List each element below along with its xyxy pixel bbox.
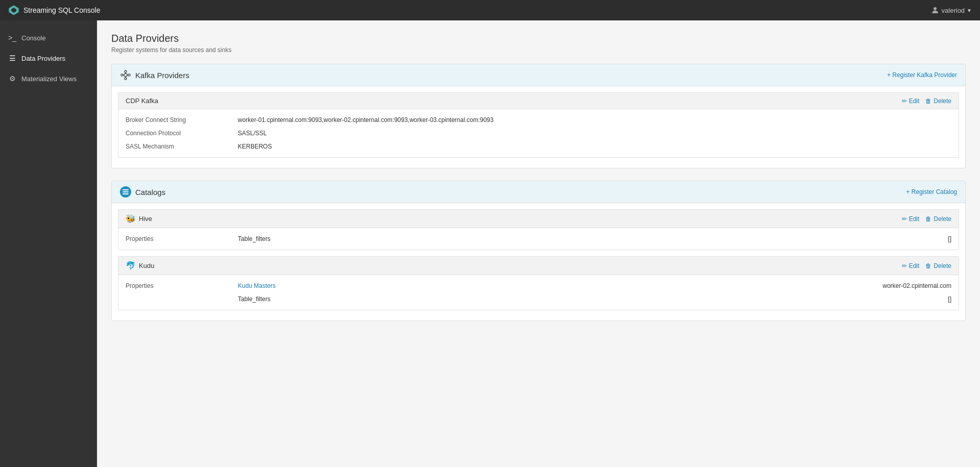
- cdp-kafka-edit-label: Edit: [909, 97, 920, 105]
- kudu-delete-button[interactable]: 🗑 Delete: [925, 262, 951, 269]
- cdp-kafka-delete-button[interactable]: 🗑 Delete: [925, 97, 951, 105]
- chevron-down-icon: ▼: [967, 8, 972, 13]
- broker-connect-key: Broker Connect String: [126, 116, 238, 124]
- cdp-kafka-provider: CDP Kafka ✏ Edit 🗑 Delete Br: [118, 92, 959, 158]
- kafka-section-title-group: Kafka Providers: [120, 69, 189, 81]
- hive-name-group: 🐝 Hive: [126, 214, 152, 224]
- cdp-kafka-actions: ✏ Edit 🗑 Delete: [902, 97, 951, 105]
- sidebar-item-data-providers-label: Data Providers: [21, 55, 65, 62]
- kudu-prop-key: Properties: [126, 282, 238, 289]
- data-providers-icon: ☰: [8, 54, 16, 62]
- svg-rect-14: [122, 193, 129, 194]
- hive-name: Hive: [139, 215, 152, 223]
- kudu-delete-label: Delete: [934, 262, 951, 269]
- cdp-kafka-header: CDP Kafka ✏ Edit 🗑 Delete: [118, 93, 959, 109]
- catalogs-title-group: Catalogs: [120, 186, 165, 198]
- svg-point-5: [125, 78, 127, 80]
- connection-protocol-key: Connection Protocol: [126, 130, 238, 137]
- connection-protocol-row: Connection Protocol SASL/SSL: [118, 127, 959, 140]
- kafka-section-header: Kafka Providers + Register Kafka Provide…: [112, 64, 965, 86]
- topbar: Streaming SQL Console valeriod ▼: [0, 0, 980, 20]
- user-menu[interactable]: valeriod ▼: [930, 6, 972, 15]
- brand-title: Streaming SQL Console: [23, 6, 100, 14]
- username: valeriod: [942, 7, 965, 14]
- catalogs-section-header: Catalogs + Register Catalog: [112, 181, 965, 203]
- kudu-icon: 🐬: [126, 261, 136, 271]
- catalog-inner-icon: [122, 188, 129, 195]
- kafka-section-title: Kafka Providers: [135, 71, 189, 80]
- svg-point-7: [128, 74, 130, 76]
- register-catalog-button[interactable]: + Register Catalog: [906, 188, 957, 195]
- kudu-masters-key: Kudu Masters: [238, 282, 883, 289]
- sasl-mechanism-row: SASL Mechanism KERBEROS: [118, 140, 959, 153]
- page-title: Data Providers: [111, 33, 966, 44]
- kafka-icon: [120, 69, 131, 81]
- hive-table-filters-key: Table_filters: [238, 235, 948, 242]
- hive-trash-icon: 🗑: [925, 215, 932, 223]
- kudu-name-group: 🐬 Kudu: [126, 261, 154, 271]
- sidebar-item-materialized-views-label: Materialized Views: [21, 75, 77, 83]
- kudu-masters-value: worker-02.cpinternal.com: [883, 282, 951, 289]
- hive-delete-button[interactable]: 🗑 Delete: [925, 215, 951, 223]
- catalogs-icon: [120, 186, 131, 198]
- connection-protocol-value: SASL/SSL: [238, 130, 951, 137]
- layout: >_ Console ☰ Data Providers ⚙ Materializ…: [0, 20, 980, 467]
- svg-point-3: [124, 73, 127, 77]
- materialized-views-icon: ⚙: [8, 75, 16, 83]
- sidebar: >_ Console ☰ Data Providers ⚙ Materializ…: [0, 20, 97, 467]
- hive-edit-icon: ✏: [902, 215, 907, 223]
- sidebar-item-data-providers[interactable]: ☰ Data Providers: [0, 49, 97, 67]
- kudu-edit-button[interactable]: ✏ Edit: [902, 262, 920, 269]
- broker-connect-value: worker-01.cpinternal.com:9093,worker-02.…: [238, 116, 951, 124]
- hive-table-filters-value: []: [948, 235, 951, 242]
- hive-header: 🐝 Hive ✏ Edit 🗑 Delete: [118, 210, 959, 228]
- hive-actions: ✏ Edit 🗑 Delete: [902, 215, 951, 223]
- cdp-kafka-name: CDP Kafka: [126, 97, 158, 105]
- sidebar-item-materialized-views[interactable]: ⚙ Materialized Views: [0, 69, 97, 88]
- hive-prop-key: Properties: [126, 235, 238, 242]
- hive-properties: Properties Table_filters []: [118, 228, 959, 250]
- hive-icon: 🐝: [126, 214, 136, 224]
- console-icon: >_: [8, 34, 16, 42]
- kudu-catalog: 🐬 Kudu ✏ Edit 🗑 Delete: [118, 256, 959, 310]
- kudu-props-row-1: Properties Kudu Masters worker-02.cpinte…: [118, 279, 959, 292]
- svg-rect-12: [122, 189, 129, 190]
- catalogs-title: Catalogs: [135, 188, 165, 196]
- cdp-kafka-delete-label: Delete: [934, 97, 951, 105]
- kudu-name: Kudu: [139, 262, 154, 269]
- svg-point-2: [934, 7, 937, 10]
- register-kafka-provider-button[interactable]: + Register Kafka Provider: [887, 71, 957, 79]
- edit-icon: ✏: [902, 97, 907, 105]
- kudu-actions: ✏ Edit 🗑 Delete: [902, 262, 951, 269]
- sidebar-item-console-label: Console: [21, 34, 46, 42]
- brand-icon: [8, 5, 19, 16]
- broker-connect-row: Broker Connect String worker-01.cpintern…: [118, 113, 959, 127]
- kafka-providers-section: Kafka Providers + Register Kafka Provide…: [111, 64, 966, 168]
- sasl-mechanism-key: SASL Mechanism: [126, 143, 238, 150]
- kudu-table-filters-value: []: [948, 296, 951, 303]
- svg-point-4: [125, 70, 127, 72]
- hive-edit-label: Edit: [909, 215, 920, 223]
- svg-rect-13: [122, 191, 129, 192]
- kudu-header: 🐬 Kudu ✏ Edit 🗑 Delete: [118, 257, 959, 275]
- kudu-edit-label: Edit: [909, 262, 920, 269]
- hive-props-row-1: Properties Table_filters []: [118, 232, 959, 245]
- page-subtitle: Register systems for data sources and si…: [111, 46, 966, 54]
- catalogs-section: Catalogs + Register Catalog 🐝 Hive ✏ Edi…: [111, 181, 966, 321]
- cdp-kafka-properties: Broker Connect String worker-01.cpintern…: [118, 109, 959, 157]
- trash-icon: 🗑: [925, 97, 932, 105]
- user-icon: [930, 6, 940, 15]
- kudu-trash-icon: 🗑: [925, 262, 932, 269]
- sidebar-item-console[interactable]: >_ Console: [0, 29, 97, 47]
- kudu-table-filters-key: Table_filters: [238, 296, 948, 303]
- svg-point-6: [121, 74, 123, 76]
- kudu-props-row-2: Table_filters []: [118, 292, 959, 306]
- sasl-mechanism-value: KERBEROS: [238, 143, 951, 150]
- cdp-kafka-edit-button[interactable]: ✏ Edit: [902, 97, 920, 105]
- hive-delete-label: Delete: [934, 215, 951, 223]
- hive-catalog: 🐝 Hive ✏ Edit 🗑 Delete: [118, 209, 959, 250]
- hive-edit-button[interactable]: ✏ Edit: [902, 215, 920, 223]
- brand: Streaming SQL Console: [8, 5, 100, 16]
- kudu-edit-icon: ✏: [902, 262, 907, 269]
- main-content: Data Providers Register systems for data…: [97, 20, 980, 467]
